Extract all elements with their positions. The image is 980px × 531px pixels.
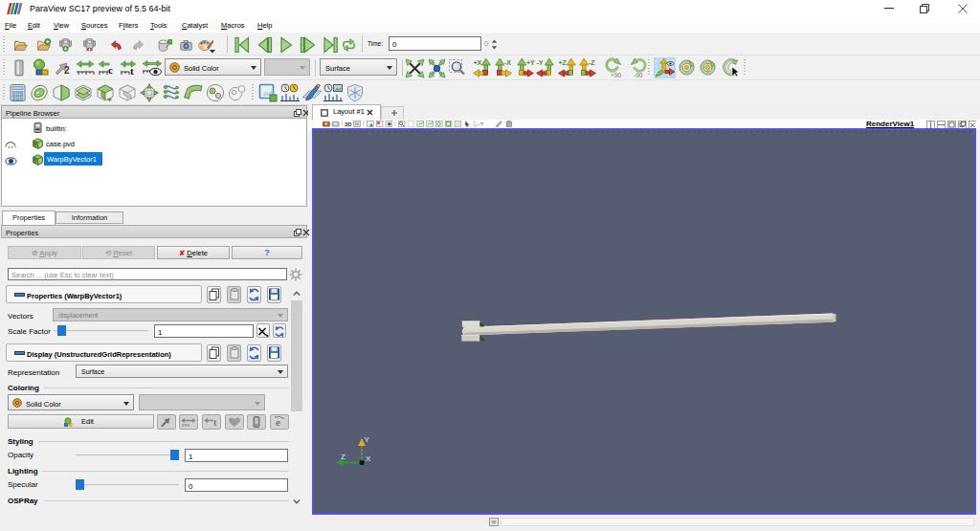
svg-text:+Z: +Z [559,59,568,66]
svg-text:3D: 3D [345,122,351,127]
svg-text:Y: Y [365,435,370,444]
svg-text:-?: -? [479,121,484,127]
svg-text:-Z: -Z [589,59,595,66]
svg-text:c: c [108,64,113,76]
svg-text:t: t [213,417,217,428]
svg-text:+Y: +Y [526,59,535,66]
svg-text:X: X [366,454,371,463]
svg-text:Z: Z [341,453,345,461]
svg-text:e: e [276,416,280,428]
svg-text:-X: -X [504,59,511,66]
svg-text:+90: +90 [611,72,621,78]
svg-text:+X: +X [474,59,482,66]
svg-text:t: t [130,65,134,77]
svg-text:-90: -90 [634,72,643,78]
svg-text:-Y: -Y [537,59,544,66]
svg-text:2: 2 [64,65,70,76]
